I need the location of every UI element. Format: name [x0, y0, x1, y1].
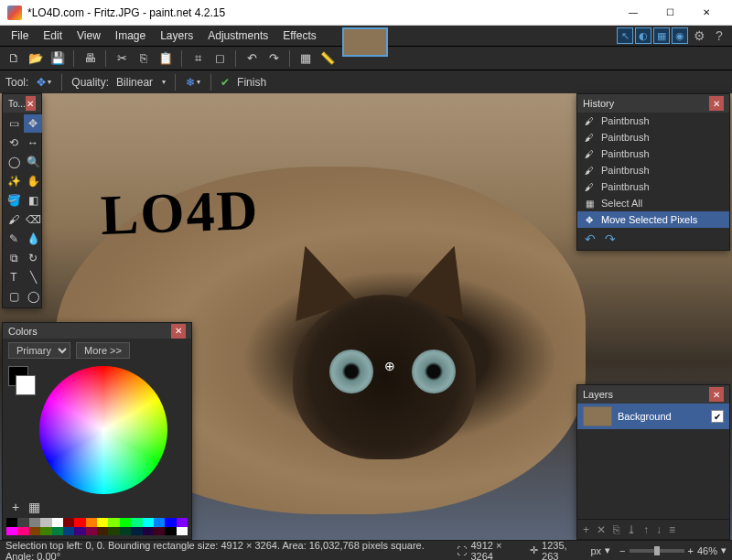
move-layer-down-icon[interactable]: ↓: [656, 523, 662, 536]
move-layer-up-icon[interactable]: ↑: [643, 523, 649, 536]
layer-item[interactable]: Background ✔: [577, 404, 729, 429]
menu-effects[interactable]: Effects: [275, 27, 323, 44]
palette-swatch[interactable]: [6, 527, 17, 535]
eraser-tool[interactable]: ⌫: [24, 210, 42, 229]
undo-button[interactable]: ↶: [585, 232, 596, 246]
palette-swatch[interactable]: [177, 527, 188, 535]
color-palette[interactable]: [6, 518, 188, 535]
color-swatches[interactable]: [8, 366, 34, 494]
palette-swatch[interactable]: [97, 518, 108, 526]
tools-panel-close-icon[interactable]: ✕: [26, 96, 36, 111]
palette-swatch[interactable]: [154, 527, 165, 535]
palette-swatch[interactable]: [120, 518, 131, 526]
line-tool[interactable]: ╲: [24, 268, 42, 286]
palette-swatch[interactable]: [86, 518, 97, 526]
quality-value[interactable]: Bilinear: [116, 76, 153, 89]
gradient-tool[interactable]: ◧: [24, 191, 42, 210]
palette-swatch[interactable]: [29, 527, 40, 535]
more-button[interactable]: More >>: [76, 342, 130, 359]
move-tool-icon[interactable]: ✥▾: [36, 74, 52, 91]
history-item[interactable]: ▦Select All: [577, 195, 729, 211]
new-icon[interactable]: 🗋: [5, 50, 22, 67]
history-window-toggle-icon[interactable]: ◐: [635, 27, 651, 44]
palette-swatch[interactable]: [17, 518, 28, 526]
palette-swatch[interactable]: [40, 527, 51, 535]
redo-button[interactable]: ↷: [605, 232, 616, 246]
palette-swatch[interactable]: [108, 527, 119, 535]
ellipse-select-tool[interactable]: ◯: [5, 153, 23, 171]
colors-window-toggle-icon[interactable]: ◉: [672, 27, 688, 44]
palette-swatch[interactable]: [6, 518, 17, 526]
color-mode-select[interactable]: Primary: [8, 342, 70, 359]
history-item[interactable]: 🖌Paintbrush: [577, 162, 729, 178]
menu-file[interactable]: File: [4, 27, 36, 44]
minimize-button[interactable]: —: [615, 0, 651, 26]
palette-swatch[interactable]: [131, 527, 142, 535]
lasso-tool[interactable]: ⟲: [5, 134, 23, 152]
menu-adjustments[interactable]: Adjustments: [200, 27, 275, 44]
cut-icon[interactable]: ✂: [113, 50, 130, 67]
paintbrush-tool[interactable]: 🖌: [5, 210, 23, 229]
history-item[interactable]: 🖌Paintbrush: [577, 145, 729, 162]
history-item[interactable]: 🖌Paintbrush: [577, 129, 729, 145]
palette-swatch[interactable]: [74, 518, 85, 526]
move-selection-tool[interactable]: ↔: [24, 134, 42, 152]
secondary-color-swatch[interactable]: [16, 375, 36, 395]
pencil-tool[interactable]: ✎: [5, 230, 23, 248]
palette-swatch[interactable]: [63, 518, 74, 526]
deselect-icon[interactable]: ◻: [211, 50, 228, 67]
quality-dropdown-icon[interactable]: ▾: [162, 78, 166, 86]
menu-view[interactable]: View: [70, 27, 108, 44]
color-picker-tool[interactable]: 💧: [24, 230, 42, 248]
undo-icon[interactable]: ↶: [243, 50, 260, 67]
close-button[interactable]: ✕: [688, 0, 725, 26]
maximize-button[interactable]: ☐: [651, 0, 688, 26]
history-item[interactable]: 🖌Paintbrush: [577, 178, 729, 195]
palette-swatch[interactable]: [29, 518, 40, 526]
magic-wand-tool[interactable]: ✨: [5, 172, 23, 190]
duplicate-layer-icon[interactable]: ⎘: [613, 523, 619, 536]
palette-swatch[interactable]: [40, 518, 51, 526]
colors-panel-close-icon[interactable]: ✕: [171, 324, 186, 339]
merge-layer-icon[interactable]: ⤓: [627, 523, 636, 536]
tools-window-toggle-icon[interactable]: ↖: [617, 27, 633, 44]
redo-icon[interactable]: ↷: [265, 50, 282, 67]
clone-stamp-tool[interactable]: ⧉: [5, 249, 23, 267]
open-icon[interactable]: 📂: [27, 50, 44, 67]
palette-swatch[interactable]: [165, 518, 176, 526]
ruler-icon[interactable]: 📏: [319, 50, 336, 67]
color-wheel[interactable]: [39, 366, 167, 494]
palette-swatch[interactable]: [74, 527, 85, 535]
history-item[interactable]: ✥Move Selected Pixels: [577, 211, 729, 228]
move-selected-pixels-tool[interactable]: ✥: [24, 114, 42, 133]
palette-swatch[interactable]: [52, 527, 63, 535]
document-thumbnail[interactable]: [342, 27, 388, 57]
palette-swatch[interactable]: [154, 518, 165, 526]
palette-swatch[interactable]: [143, 527, 154, 535]
layer-visibility-checkbox[interactable]: ✔: [711, 410, 724, 423]
zoom-out-icon[interactable]: −: [619, 545, 625, 556]
text-tool[interactable]: T: [5, 268, 23, 286]
rectangle-tool[interactable]: ▢: [5, 287, 23, 306]
rectangle-select-tool[interactable]: ▭: [5, 114, 23, 133]
palette-swatch[interactable]: [131, 518, 142, 526]
palette-swatch[interactable]: [177, 518, 188, 526]
settings-icon[interactable]: ⚙: [690, 27, 708, 44]
finish-button[interactable]: Finish: [237, 76, 266, 89]
paste-icon[interactable]: 📋: [157, 50, 174, 67]
zoom-in-icon[interactable]: +: [688, 545, 694, 556]
pan-tool[interactable]: ✋: [24, 172, 42, 190]
zoom-slider[interactable]: [630, 549, 684, 553]
sampling-icon[interactable]: ❄▾: [185, 74, 201, 91]
palette-swatch[interactable]: [52, 518, 63, 526]
palette-swatch[interactable]: [97, 527, 108, 535]
menu-image[interactable]: Image: [108, 27, 153, 44]
history-panel-close-icon[interactable]: ✕: [709, 96, 724, 111]
palette-swatch[interactable]: [108, 518, 119, 526]
delete-layer-icon[interactable]: ✕: [597, 523, 606, 536]
layers-window-toggle-icon[interactable]: ▦: [653, 27, 670, 44]
manage-palette-icon[interactable]: ▦: [27, 500, 41, 514]
status-zoom[interactable]: 46%: [697, 545, 717, 556]
palette-swatch[interactable]: [120, 527, 131, 535]
shapes-tool[interactable]: ◯: [24, 287, 42, 306]
